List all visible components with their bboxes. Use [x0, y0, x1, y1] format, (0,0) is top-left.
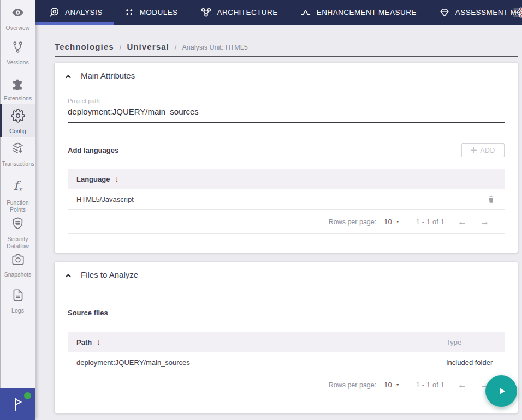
- sidebar-item-label: Versions: [2, 59, 34, 67]
- sidebar-item-config[interactable]: Config: [0, 104, 35, 137]
- layers-down-icon: [10, 141, 25, 158]
- breadcrumb-technologies[interactable]: Technologies: [55, 42, 114, 51]
- project-path-value[interactable]: deployment:JQUERY/main_sources: [68, 107, 199, 116]
- rows-per-page-value: 10: [384, 218, 391, 226]
- rows-per-page-label: Rows per page:: [329, 218, 377, 226]
- source-files-label: Source files: [68, 309, 108, 317]
- breadcrumb: Technologies / Universal / Analysis Unit…: [55, 42, 248, 51]
- sidebar-item-overview[interactable]: Overview: [0, 5, 35, 32]
- sort-descending-icon[interactable]: ↓: [97, 338, 100, 346]
- shield-icon: [10, 216, 25, 233]
- main-attributes-card: Main Attributes Project path deployment:…: [55, 63, 518, 253]
- trash-icon: [487, 195, 496, 204]
- sidebar-item-label: Snapshots: [2, 271, 34, 279]
- tab-analysis[interactable]: ANALYSIS: [35, 0, 114, 25]
- files-to-analyze-title: Files to Analyze: [81, 270, 138, 279]
- breadcrumb-separator: /: [175, 43, 177, 51]
- tab-assessment-model-label: ASSESSMENT MODEL: [455, 8, 522, 16]
- assessment-diamond-icon: [438, 7, 450, 19]
- type-cell: Included folder: [446, 358, 496, 367]
- tab-architecture-label: ARCHITECTURE: [217, 8, 278, 16]
- analysis-magnifier-icon: [49, 7, 60, 18]
- tab-modules[interactable]: MODULES: [114, 0, 189, 25]
- project-path-underline: [68, 122, 505, 123]
- flag-icon: [9, 395, 26, 413]
- sidebar-item-label: Function Points: [2, 199, 34, 214]
- tab-modules-label: MODULES: [140, 8, 178, 16]
- eye-icon: [10, 5, 25, 22]
- table-row: deployment:JQUERY/main_sources Included …: [68, 352, 505, 373]
- sidebar-item-function-points[interactable]: f x Function Points: [0, 178, 35, 214]
- content-area: Technologies / Universal / Analysis Unit…: [35, 25, 522, 420]
- branch-icon: [11, 40, 25, 56]
- caret-down-icon: ▼: [396, 383, 400, 387]
- modules-dots-icon: [124, 7, 135, 17]
- document-icon: [11, 288, 25, 304]
- collapse-files-to-analyze-button[interactable]: [64, 271, 72, 279]
- svg-text:x: x: [19, 186, 23, 193]
- source-files-pagination: Rows per page: 10 ▼ 1 - 1 of 1 ← →: [68, 373, 505, 397]
- next-page-icon[interactable]: →: [480, 217, 489, 227]
- delete-language-button[interactable]: [487, 195, 496, 204]
- sidebar-item-label: Logs: [2, 307, 34, 315]
- source-files-table-header: Path ↓ Type: [68, 332, 505, 352]
- sidebar-item-label: Security Dataflow: [2, 236, 34, 250]
- path-cell: deployment:JQUERY/main_sources: [76, 358, 446, 367]
- rows-per-page-select[interactable]: 10 ▼: [384, 381, 399, 389]
- path-column-header: Path: [76, 338, 92, 346]
- sidebar-item-transactions[interactable]: Transactions: [0, 141, 35, 167]
- breadcrumb-universal[interactable]: Universal: [127, 42, 169, 51]
- rows-per-page-label: Rows per page:: [329, 381, 377, 389]
- run-analysis-button[interactable]: [485, 375, 517, 407]
- sidebar-item-extensions[interactable]: Extensions: [0, 75, 35, 102]
- sidebar-item-logs[interactable]: Logs: [0, 288, 35, 314]
- type-column-header: Type: [446, 338, 496, 346]
- sliders-icon[interactable]: [513, 6, 522, 21]
- breadcrumb-divider: [55, 56, 518, 57]
- breadcrumb-analysis-unit: Analysis Unit: HTML5: [182, 44, 247, 51]
- puzzle-icon: [10, 75, 25, 92]
- tab-analysis-label: ANALYSIS: [65, 8, 103, 16]
- camera-icon: [11, 252, 25, 268]
- sidebar-item-label: Config: [2, 128, 34, 135]
- chevron-up-icon: [64, 73, 72, 80]
- breadcrumb-separator: /: [120, 43, 122, 51]
- sort-descending-icon[interactable]: ↓: [115, 175, 118, 183]
- languages-table: Language ↓ HTML5/Javascript Rows per pag…: [68, 169, 505, 234]
- add-languages-label: Add languages: [68, 146, 118, 154]
- fx-icon: f x: [10, 178, 26, 196]
- play-icon: [495, 385, 508, 398]
- languages-pagination: Rows per page: 10 ▼ 1 - 1 of 1 ← →: [68, 210, 505, 234]
- source-files-table: Path ↓ Type deployment:JQUERY/main_sourc…: [68, 332, 505, 397]
- table-row: HTML5/Javascript: [68, 189, 505, 210]
- add-button-label: ADD: [480, 147, 495, 154]
- architecture-nodes-icon: [200, 6, 212, 19]
- languages-table-header: Language ↓: [68, 169, 505, 189]
- add-language-button[interactable]: ADD: [461, 143, 505, 157]
- page-range: 1 - 1 of 1: [416, 218, 444, 226]
- tab-assessment-model[interactable]: ASSESSMENT MODEL: [428, 0, 522, 25]
- sidebar-item-label: Overview: [2, 25, 34, 32]
- page-range: 1 - 1 of 1: [416, 381, 444, 389]
- sidebar-item-snapshots[interactable]: Snapshots: [0, 252, 35, 278]
- top-navbar: ANALYSIS MODULES ARCHITECTURE ENHAN: [35, 0, 522, 25]
- sidebar-item-security-dataflow[interactable]: Security Dataflow: [0, 216, 35, 250]
- tab-enhancement-measure[interactable]: ENHANCEMENT MEASURE: [289, 0, 428, 25]
- language-column-header: Language: [76, 175, 110, 183]
- sidebar-item-versions[interactable]: Versions: [0, 40, 35, 66]
- chevron-up-icon: [64, 272, 72, 279]
- collapse-main-attributes-button[interactable]: [64, 71, 72, 80]
- sidebar-item-label: Transactions: [2, 160, 34, 168]
- caret-down-icon: ▼: [396, 220, 400, 224]
- main-attributes-title: Main Attributes: [81, 71, 135, 80]
- previous-page-icon[interactable]: ←: [458, 380, 467, 391]
- project-button[interactable]: [0, 388, 35, 420]
- tab-architecture[interactable]: ARCHITECTURE: [189, 0, 289, 25]
- rows-per-page-select[interactable]: 10 ▼: [384, 218, 399, 226]
- files-to-analyze-card: Files to Analyze Source files Path ↓ Typ…: [55, 262, 518, 413]
- sidebar: Overview Versions Extensions Config: [0, 0, 35, 420]
- enhancement-curve-icon: [300, 7, 312, 19]
- plus-icon: [471, 147, 477, 153]
- previous-page-icon[interactable]: ←: [458, 217, 467, 227]
- project-path-label: Project path: [68, 98, 100, 104]
